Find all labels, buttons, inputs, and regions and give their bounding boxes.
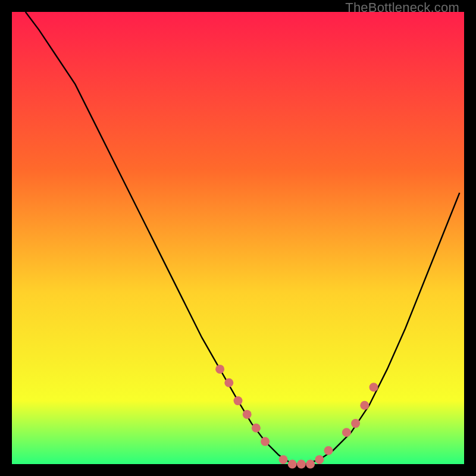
marker-dot — [215, 365, 224, 374]
marker-dot — [369, 383, 378, 392]
bottleneck-curve — [26, 12, 460, 464]
watermark-text: TheBottleneck.com — [345, 0, 459, 15]
marker-dot — [243, 410, 252, 419]
marker-dot — [279, 455, 288, 464]
highlight-dots — [215, 365, 378, 469]
marker-dot — [297, 460, 306, 469]
marker-dot — [360, 401, 369, 410]
marker-dot — [306, 460, 315, 469]
marker-dot — [224, 378, 233, 387]
marker-dot — [234, 396, 243, 405]
marker-dot — [252, 424, 261, 433]
marker-dot — [351, 419, 360, 428]
chart-plot — [12, 12, 464, 464]
marker-dot — [288, 460, 297, 469]
marker-dot — [324, 446, 333, 455]
marker-dot — [261, 437, 270, 446]
marker-dot — [342, 428, 351, 437]
marker-dot — [315, 455, 324, 464]
